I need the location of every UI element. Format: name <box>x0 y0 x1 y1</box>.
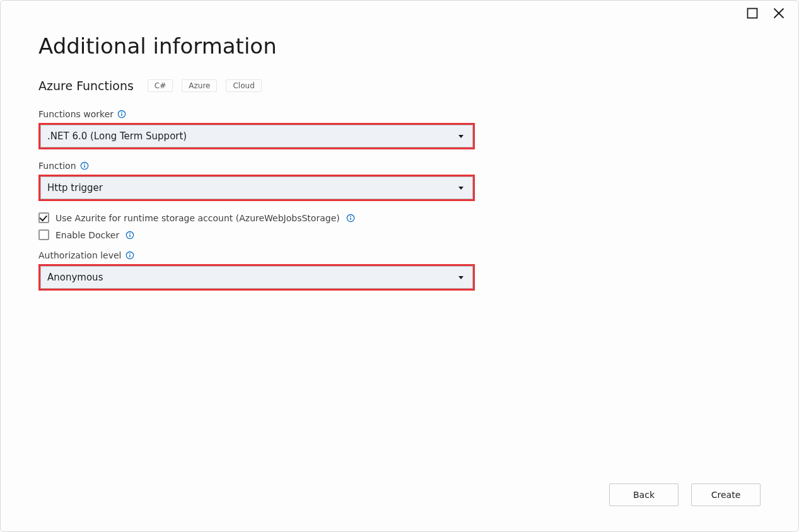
auth-level-value: Anonymous <box>47 272 103 283</box>
use-azurite-checkbox[interactable] <box>38 212 49 223</box>
functions-worker-label: Functions worker <box>38 109 761 119</box>
tag-csharp: C# <box>148 79 173 92</box>
enable-docker-checkbox[interactable] <box>38 229 49 240</box>
info-icon[interactable] <box>80 161 89 170</box>
info-icon[interactable] <box>117 110 126 119</box>
use-azurite-label: Use Azurite for runtime storage account … <box>55 213 340 223</box>
function-trigger-select[interactable]: Http trigger <box>40 176 473 199</box>
svg-rect-7 <box>84 165 85 168</box>
create-button[interactable]: Create <box>691 483 761 506</box>
functions-worker-select[interactable]: .NET 6.0 (Long Term Support) <box>40 125 473 147</box>
svg-point-5 <box>121 112 122 113</box>
auth-level-highlight: Anonymous <box>38 264 475 291</box>
info-icon[interactable] <box>346 214 355 223</box>
svg-rect-4 <box>121 113 122 116</box>
info-icon[interactable] <box>125 251 134 260</box>
dialog-window: Additional information Azure Functions C… <box>0 0 799 532</box>
info-icon[interactable] <box>125 231 134 240</box>
svg-point-14 <box>129 233 131 234</box>
svg-point-8 <box>84 163 85 165</box>
chevron-down-icon <box>458 276 464 279</box>
subheader: Azure Functions C# Azure Cloud <box>38 79 761 93</box>
titlebar <box>733 1 798 26</box>
function-trigger-value: Http trigger <box>47 182 103 194</box>
tag-azure: Azure <box>182 79 217 92</box>
svg-rect-16 <box>129 255 130 257</box>
svg-rect-13 <box>129 234 130 237</box>
tag-cloud: Cloud <box>226 79 261 92</box>
svg-point-11 <box>350 216 351 217</box>
enable-docker-row: Enable Docker <box>38 229 761 240</box>
functions-worker-highlight: .NET 6.0 (Long Term Support) <box>38 123 475 149</box>
template-name: Azure Functions <box>38 79 134 93</box>
auth-level-label: Authorization level <box>38 250 761 260</box>
maximize-button[interactable] <box>747 8 758 19</box>
footer-buttons: Back Create <box>609 483 761 506</box>
chevron-down-icon <box>458 187 464 190</box>
svg-rect-10 <box>350 217 351 220</box>
content-area: Additional information Azure Functions C… <box>38 33 761 481</box>
svg-point-17 <box>129 253 131 254</box>
enable-docker-label: Enable Docker <box>55 230 119 240</box>
function-trigger-highlight: Http trigger <box>38 175 475 201</box>
function-trigger-label: Function <box>38 161 761 171</box>
svg-rect-0 <box>748 9 757 18</box>
close-button[interactable] <box>773 8 784 19</box>
functions-worker-value: .NET 6.0 (Long Term Support) <box>47 130 187 142</box>
auth-level-select[interactable]: Anonymous <box>40 266 473 289</box>
page-title: Additional information <box>38 33 761 59</box>
back-button[interactable]: Back <box>609 483 679 506</box>
use-azurite-row: Use Azurite for runtime storage account … <box>38 212 761 223</box>
chevron-down-icon <box>458 135 464 138</box>
